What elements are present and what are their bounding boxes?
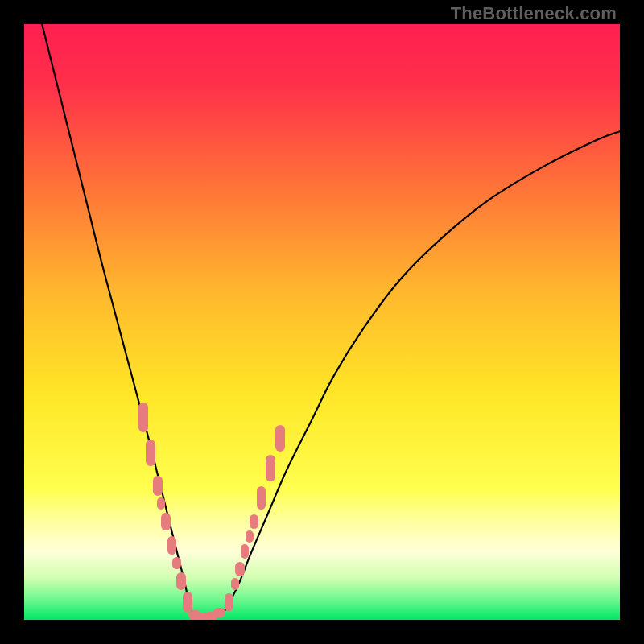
highlight-dot [225, 593, 234, 611]
highlight-dot [241, 544, 249, 559]
highlight-dot [257, 486, 266, 510]
highlight-dot [172, 557, 180, 569]
highlight-dot [250, 514, 258, 530]
watermark-text: TheBottleneck.com [451, 3, 617, 24]
highlight-dot [167, 536, 177, 554]
highlight-dot [146, 440, 155, 466]
highlight-dot [138, 402, 148, 432]
highlight-dot [157, 497, 165, 510]
highlight-dot [231, 578, 239, 590]
highlight-dot [266, 455, 275, 481]
plot-area [24, 24, 620, 620]
highlight-dot [213, 608, 225, 617]
chart-frame: TheBottleneck.com [0, 0, 644, 644]
highlight-dot [176, 572, 186, 590]
highlight-dot [275, 425, 285, 452]
highlight-dot [235, 562, 245, 577]
highlight-dot [246, 530, 254, 543]
highlight-dot [161, 513, 171, 530]
highlight-dot [153, 476, 163, 496]
highlight-dot [183, 592, 192, 613]
v-curve [24, 24, 620, 620]
